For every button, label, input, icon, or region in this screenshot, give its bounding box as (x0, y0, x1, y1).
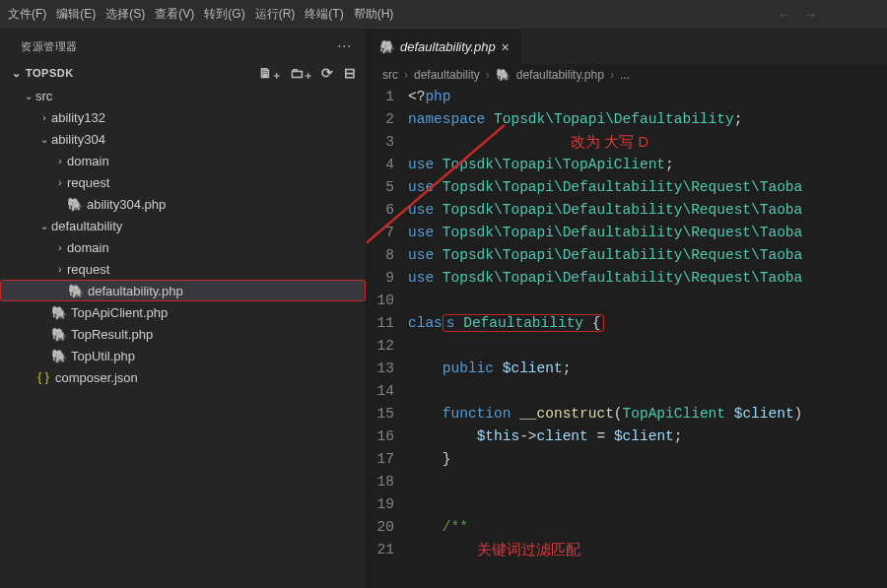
chevron-icon: › (53, 177, 67, 188)
tab-label: defaultability.php (400, 39, 496, 54)
menubar: 文件(F) 编辑(E) 选择(S) 查看(V) 转到(G) 运行(R) 终端(T… (0, 0, 887, 30)
close-tab-icon[interactable]: × (502, 39, 510, 55)
tree-item-label: TopApiClient.php (71, 305, 168, 320)
project-actions: 🗎₊ 🗀₊ ⟳ ⊟ (258, 65, 356, 81)
menu-view[interactable]: 查看(V) (155, 6, 194, 23)
tree-folder[interactable]: ⌄src (0, 85, 366, 106)
chevron-icon: › (37, 112, 51, 123)
code-line[interactable]: 9use Topsdk\Topapi\Defaultability\Reques… (367, 267, 887, 290)
menu-edit[interactable]: 编辑(E) (56, 6, 96, 23)
tree-folder[interactable]: ›request (0, 171, 366, 193)
project-section-header[interactable]: ⌄ TOPSDK 🗎₊ 🗀₊ ⟳ ⊟ (0, 61, 366, 85)
explorer-header: 资源管理器 ··· (0, 30, 366, 61)
tree-file[interactable]: { }composer.json (0, 366, 366, 388)
menu-run[interactable]: 运行(R) (255, 6, 296, 23)
explorer-title: 资源管理器 (21, 39, 78, 54)
tree-file[interactable]: 🐘TopApiClient.php (0, 301, 366, 323)
tree-item-label: domain (67, 154, 109, 168)
explorer-more-icon[interactable]: ··· (337, 37, 352, 55)
code-line[interactable]: 5use Topsdk\Topapi\Defaultability\Reques… (367, 176, 887, 199)
code-line[interactable]: 4use Topsdk\Topapi\TopApiClient; (367, 154, 887, 176)
code-line[interactable]: 14 (367, 380, 887, 403)
tree-file[interactable]: 🐘ability304.php (0, 193, 366, 215)
tab-defaultability[interactable]: 🐘 defaultability.php × (367, 30, 522, 64)
code-line[interactable]: 18 (367, 471, 887, 493)
code-line[interactable]: 1<?php (367, 86, 887, 108)
code-line[interactable]: 16 $this->client = $client; (367, 425, 887, 448)
php-file-icon: 🐘 (496, 68, 511, 82)
chevron-icon: ⌄ (37, 134, 51, 145)
tree-file[interactable]: 🐘TopUtil.php (0, 345, 366, 366)
chevron-icon: › (53, 242, 67, 253)
code-line[interactable]: 2namespace Topsdk\Topapi\Defaultability; (367, 108, 887, 131)
code-line[interactable]: 11class Defaultability { (367, 312, 887, 335)
chevron-icon: › (53, 264, 67, 275)
chevron-icon: ⌄ (37, 221, 51, 231)
tree-item-label: domain (67, 240, 109, 255)
code-line[interactable]: 8use Topsdk\Topapi\Defaultability\Reques… (367, 244, 887, 267)
project-name: TOPSDK (26, 67, 74, 79)
chevron-icon: ⌄ (22, 91, 35, 101)
code-line[interactable]: 6use Topsdk\Topapi\Defaultability\Reques… (367, 199, 887, 222)
php-file-icon: 🐘 (51, 327, 67, 342)
tree-item-label: ability304.php (87, 197, 166, 212)
tree-item-label: ability304 (51, 132, 105, 147)
menu-file[interactable]: 文件(F) (8, 6, 46, 23)
red-highlight-box: s Defaultability { (443, 314, 605, 332)
code-line[interactable]: 21 关键词过滤匹配 (367, 539, 887, 561)
breadcrumb-segment[interactable]: src (382, 68, 398, 82)
file-tree: ⌄src›ability132⌄ability304›domain›reques… (0, 85, 366, 588)
code-line[interactable]: 7use Topsdk\Topapi\Defaultability\Reques… (367, 222, 887, 244)
tree-item-label: TopUtil.php (71, 349, 135, 363)
code-line[interactable]: 15 function __construct(TopApiClient $cl… (367, 403, 887, 425)
breadcrumb-segment[interactable]: ... (620, 68, 630, 82)
tree-folder[interactable]: ›domain (0, 150, 366, 171)
chevron-right-icon: › (486, 68, 490, 82)
chevron-right-icon: › (404, 68, 408, 82)
new-file-icon[interactable]: 🗎₊ (258, 65, 280, 81)
tree-item-label: ability132 (51, 110, 105, 125)
code-line[interactable]: 10 (367, 290, 887, 312)
menu-help[interactable]: 帮助(H) (354, 6, 394, 23)
menu-goto[interactable]: 转到(G) (204, 6, 244, 23)
breadcrumb-segment[interactable]: defaultability.php (516, 68, 604, 82)
tree-folder[interactable]: ⌄ability304 (0, 128, 366, 150)
php-file-icon: 🐘 (51, 305, 67, 320)
tree-folder[interactable]: ›domain (0, 236, 366, 258)
annotation-change-d: 改为 大写 D (571, 134, 648, 150)
breadcrumbs[interactable]: src › defaultability › 🐘 defaultability.… (367, 64, 887, 86)
tree-item-label: defaultability (51, 219, 122, 233)
menu-terminal[interactable]: 终端(T) (305, 6, 343, 23)
code-line[interactable]: 3 改为 大写 D (367, 131, 887, 154)
php-file-icon: 🐘 (378, 39, 394, 54)
php-file-icon: 🐘 (51, 349, 67, 363)
tree-file[interactable]: 🐘defaultability.php (0, 280, 366, 301)
code-line[interactable]: 20 /** (367, 516, 887, 539)
tree-folder[interactable]: ›request (0, 258, 366, 280)
editor-pane: 🐘 defaultability.php × src › defaultabil… (367, 30, 887, 588)
nav-forward-icon[interactable]: → (802, 6, 818, 24)
php-file-icon: 🐘 (68, 284, 84, 298)
code-line[interactable]: 17 } (367, 448, 887, 471)
code-line[interactable]: 13 public $client; (367, 358, 887, 380)
json-file-icon: { } (35, 370, 51, 384)
breadcrumb-segment[interactable]: defaultability (414, 68, 480, 82)
chevron-down-icon: ⌄ (10, 67, 24, 80)
annotation-keyword-filter: 关键词过滤匹配 (477, 542, 580, 557)
refresh-icon[interactable]: ⟳ (321, 65, 334, 81)
code-line[interactable]: 19 (367, 493, 887, 516)
php-file-icon: 🐘 (67, 197, 83, 212)
tree-item-label: TopResult.php (71, 327, 153, 342)
nav-arrows: ← → (777, 6, 818, 24)
tree-item-label: composer.json (55, 370, 138, 385)
collapse-all-icon[interactable]: ⊟ (344, 65, 357, 81)
new-folder-icon[interactable]: 🗀₊ (290, 65, 311, 81)
explorer-sidebar: 资源管理器 ··· ⌄ TOPSDK 🗎₊ 🗀₊ ⟳ ⊟ ⌄src›abilit… (0, 30, 367, 588)
code-area[interactable]: 1<?php 2namespace Topsdk\Topapi\Defaulta… (367, 86, 887, 588)
tree-folder[interactable]: ⌄defaultability (0, 215, 366, 236)
tree-folder[interactable]: ›ability132 (0, 106, 366, 128)
menu-select[interactable]: 选择(S) (105, 6, 145, 23)
code-line[interactable]: 12 (367, 335, 887, 358)
tree-file[interactable]: 🐘TopResult.php (0, 323, 366, 345)
nav-back-icon[interactable]: ← (777, 6, 792, 24)
